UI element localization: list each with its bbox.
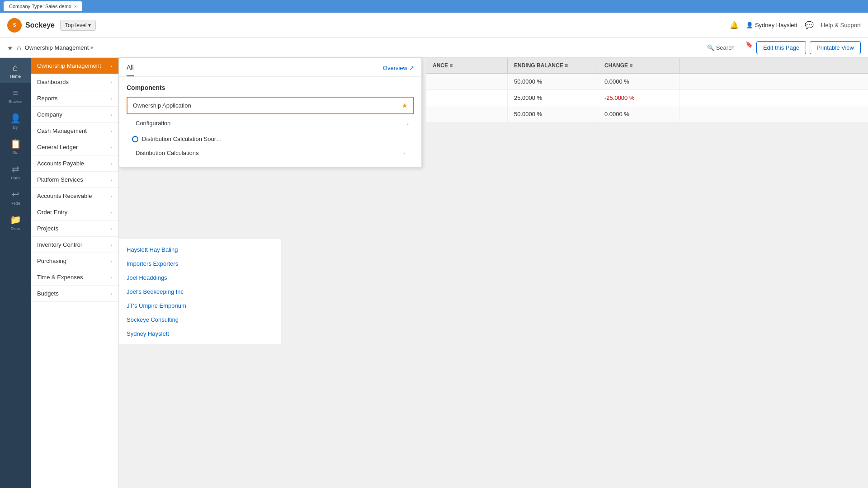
overview-link[interactable]: Overview ↗ — [383, 65, 414, 76]
components-heading: Components — [127, 84, 414, 91]
sidebar-item-by[interactable]: 👤 By — [0, 108, 31, 134]
sidebar-item-home[interactable]: ⌂ Home — [0, 58, 31, 83]
cell-ance-2 — [426, 90, 508, 106]
nav-accounts-payable[interactable]: Accounts Payable › — [31, 155, 118, 172]
edit-page-button[interactable]: Edit this Page — [756, 41, 806, 54]
rede-icon: ↩ — [12, 189, 19, 200]
nav-cash-chevron: › — [110, 128, 112, 134]
table-row: 25.0000 % -25.0000 % — [426, 90, 868, 106]
company-haylett-hay[interactable]: Hayslett Hay Baling — [119, 243, 281, 257]
comment-icon[interactable]: 💬 — [805, 21, 814, 29]
distri-label: Distri — [11, 226, 20, 231]
config-chevron: › — [407, 121, 409, 126]
browser-tab[interactable]: Company Type: Sales demo × — [4, 1, 82, 11]
company-list-container: Hayslett Hay Baling Importers Exporters … — [119, 239, 282, 345]
nav-pur-chevron: › — [110, 258, 112, 264]
rede-label: Rede — [10, 201, 20, 206]
search-icon: 🔍 — [707, 44, 714, 51]
bookmark-icon[interactable]: 🔖 — [745, 41, 753, 54]
company-sockeye-consulting[interactable]: Sockeye Consulting — [119, 313, 281, 327]
nav-company-chevron: › — [110, 112, 112, 117]
nav-dashboards[interactable]: Dashboards › — [31, 74, 118, 90]
company-joel-headdings[interactable]: Joel Headdings — [119, 271, 281, 285]
sidebar-item-distri[interactable]: 📁 Distri — [0, 210, 31, 235]
home-nav-icon: ⌂ — [13, 62, 18, 73]
nav-purchasing[interactable]: Purchasing › — [31, 253, 118, 269]
distribution-calculations-item[interactable]: Distribution Calculations › — [127, 146, 414, 160]
cell-change-3: 0.0000 % — [598, 106, 679, 122]
nav-ar-chevron: › — [110, 193, 112, 199]
trans-label: Trans — [10, 176, 21, 180]
nav-ps-chevron: › — [110, 177, 112, 183]
star-bookmark-icon[interactable]: ★ — [7, 44, 13, 52]
breadcrumb-current: Ownership Management — [25, 44, 89, 51]
help-support-link[interactable]: Help & Support — [821, 22, 861, 28]
nav-cash-management[interactable]: Cash Management › — [31, 123, 118, 139]
company-list: Hayslett Hay Baling Importers Exporters … — [119, 239, 281, 344]
nav-ownership-management[interactable]: Ownership Management › — [31, 58, 118, 74]
home-icon[interactable]: ⌂ — [17, 44, 21, 52]
sidebar-item-browse[interactable]: ≡ Browse — [0, 83, 31, 108]
sta-icon: 📋 — [10, 138, 21, 149]
nav-time-expenses[interactable]: Time & Expenses › — [31, 269, 118, 286]
panel-tab-all[interactable]: All — [127, 64, 134, 76]
browser-tab-bar: Company Type: Sales demo × — [0, 0, 868, 13]
nav-ap-chevron: › — [110, 161, 112, 166]
configuration-item[interactable]: Configuration › — [127, 116, 414, 130]
company-joels-beekeeping[interactable]: Joel's Beekeeping Inc — [119, 285, 281, 299]
nav-proj-chevron: › — [110, 226, 112, 231]
panel-body: Components Ownership Application ★ Confi… — [119, 77, 421, 167]
nav-te-chevron: › — [110, 275, 112, 280]
logo-area: S Sockeye — [7, 18, 55, 33]
top-level-chevron: ▾ — [88, 22, 91, 28]
nav-projects[interactable]: Projects › — [31, 221, 118, 237]
table-header: ANCE ≡ ENDING BALANCE ≡ CHANGE ≡ — [426, 58, 868, 74]
cell-ance-3 — [426, 106, 508, 122]
distribution-source-item[interactable]: Distribution Calculation Sour… — [127, 132, 414, 146]
browser-tab-close[interactable]: × — [74, 4, 77, 9]
sidebar-item-rede[interactable]: ↩ Rede — [0, 184, 31, 210]
user-icon: 👤 — [746, 22, 753, 28]
printable-view-button[interactable]: Printable View — [810, 41, 861, 54]
cell-change-2: -25.0000 % — [598, 90, 679, 106]
header-right: 🔔 👤 Sydney Hayslett 💬 Help & Support — [730, 21, 861, 29]
sta-label: Sta — [12, 150, 19, 155]
components-panel: All Overview ↗ Components Ownership Appl… — [119, 58, 422, 168]
by-label: By — [13, 125, 18, 130]
home-nav-label: Home — [10, 74, 21, 79]
nav-budgets[interactable]: Budgets › — [31, 286, 118, 302]
company-jts-umpire[interactable]: JT's Umpire Emporium — [119, 299, 281, 313]
user-name-display[interactable]: 👤 Sydney Hayslett — [746, 22, 797, 28]
nav-order-entry[interactable]: Order Entry › — [31, 204, 118, 221]
ownership-application-item[interactable]: Ownership Application ★ — [127, 97, 414, 114]
sidebar-item-sta[interactable]: 📋 Sta — [0, 134, 31, 159]
table-row: 50.0000 % 0.0000 % — [426, 74, 868, 90]
company-sydney-hayslett[interactable]: Sydney Hayslett — [119, 327, 281, 341]
trans-icon: ⇄ — [12, 164, 19, 174]
browse-label: Browse — [9, 99, 22, 104]
nav-dropdown: Ownership Management › Dashboards › Repo… — [31, 58, 119, 488]
breadcrumb-bar: ★ ⌂ Ownership Management ▾ 🔍 Search 🔖 Ed… — [0, 38, 868, 58]
nav-company[interactable]: Company › — [31, 107, 118, 123]
breadcrumb: Ownership Management ▾ — [25, 44, 94, 51]
dist-calc-chevron: › — [403, 150, 405, 156]
app-header: S Sockeye Top level ▾ 🔔 👤 Sydney Hayslet… — [0, 13, 868, 38]
app-logo: S — [7, 18, 22, 33]
search-area[interactable]: 🔍 Search — [707, 41, 735, 54]
nav-inventory-control[interactable]: Inventory Control › — [31, 237, 118, 253]
table-row: 50.0000 % 0.0000 % — [426, 106, 868, 122]
nav-general-ledger[interactable]: General Ledger › — [31, 139, 118, 155]
breadcrumb-chevron[interactable]: ▾ — [90, 44, 94, 51]
nav-platform-services[interactable]: Platform Services › — [31, 172, 118, 188]
browser-tab-label: Company Type: Sales demo — [9, 4, 71, 9]
bell-icon[interactable]: 🔔 — [730, 21, 739, 29]
sidebar-item-trans[interactable]: ⇄ Trans — [0, 159, 31, 184]
browse-icon: ≡ — [13, 88, 18, 98]
action-buttons: 🔍 Search 🔖 Edit this Page Printable View — [707, 41, 861, 54]
nav-accounts-receivable[interactable]: Accounts Receivable › — [31, 188, 118, 204]
nav-reports[interactable]: Reports › — [31, 90, 118, 107]
company-importers[interactable]: Importers Exporters — [119, 257, 281, 271]
top-level-button[interactable]: Top level ▾ — [60, 20, 96, 31]
overview-external-icon: ↗ — [409, 65, 414, 71]
top-level-label: Top level — [65, 22, 86, 28]
